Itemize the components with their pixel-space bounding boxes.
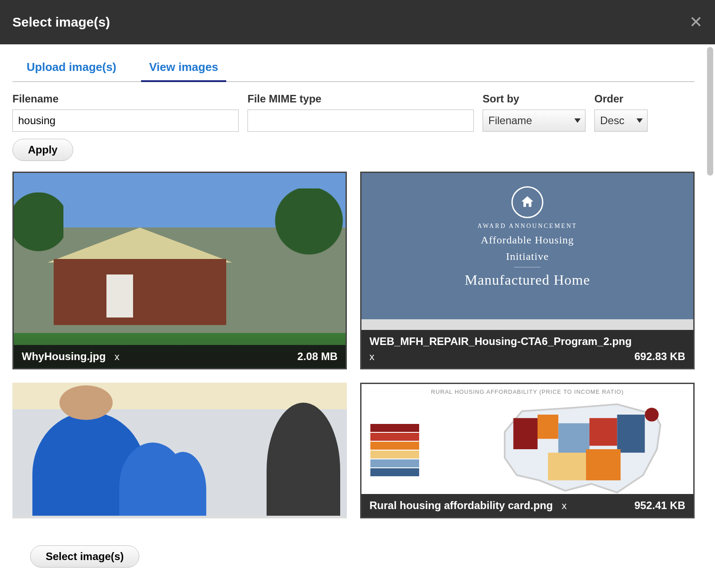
svg-rect-4: [617, 415, 645, 453]
mime-field: File MIME type: [248, 93, 474, 132]
image-tile[interactable]: WhyHousing.jpg x 2.08 MB: [12, 172, 347, 369]
preview-line: Affordable Housing: [481, 234, 574, 246]
image-tile[interactable]: RURAL HOUSING AFFORDABILITY (PRICE TO IN…: [360, 383, 695, 518]
order-select[interactable]: Desc: [594, 110, 648, 132]
modal-title: Select image(s): [12, 15, 110, 30]
image-overlay: WhyHousing.jpg x 2.08 MB: [14, 345, 346, 368]
image-filesize: 692.83 KB: [634, 350, 685, 363]
image-thumbnail: [14, 173, 346, 368]
svg-point-7: [645, 408, 659, 421]
select-images-button[interactable]: Select image(s): [30, 545, 139, 568]
scrollbar[interactable]: [707, 47, 713, 176]
svg-rect-3: [589, 418, 617, 446]
sortby-select[interactable]: Filename: [483, 110, 585, 132]
close-icon[interactable]: ✕: [689, 14, 703, 30]
modal-header: Select image(s) ✕: [0, 0, 715, 44]
preview-line: Manufactured Home: [465, 272, 590, 288]
image-overlay: WEB_MFH_REPAIR_Housing-CTA6_Program_2.pn…: [361, 330, 693, 368]
remove-image-button[interactable]: x: [114, 351, 119, 362]
image-thumbnail: AWARD ANNOUNCEMENT Affordable Housing In…: [361, 173, 693, 319]
image-thumbnail: [12, 383, 347, 516]
modal-body: Upload image(s) View images Filename Fil…: [0, 44, 715, 588]
image-filename: Rural housing affordability card.png: [369, 499, 553, 511]
select-images-modal: Select image(s) ✕ Upload image(s) View i…: [0, 0, 715, 588]
tabs: Upload image(s) View images: [12, 53, 695, 82]
mime-input[interactable]: [248, 110, 474, 132]
preview-eyebrow: AWARD ANNOUNCEMENT: [477, 223, 577, 230]
image-filesize: 2.08 MB: [297, 350, 338, 363]
filter-bar: Filename File MIME type Sort by Filename…: [12, 93, 695, 132]
svg-rect-1: [538, 415, 558, 439]
modal-footer: Select image(s): [12, 532, 695, 581]
mime-label: File MIME type: [248, 93, 474, 105]
order-value: Desc: [600, 114, 625, 127]
apply-row: Apply: [12, 139, 695, 161]
filename-label: Filename: [12, 93, 239, 105]
filename-input[interactable]: [12, 110, 239, 132]
remove-image-button[interactable]: x: [562, 500, 566, 511]
filename-field: Filename: [12, 93, 239, 132]
sortby-value: Filename: [488, 114, 532, 127]
svg-rect-6: [586, 449, 621, 480]
remove-image-button[interactable]: x: [369, 351, 628, 363]
apply-button[interactable]: Apply: [12, 139, 73, 161]
svg-rect-0: [514, 418, 538, 449]
sortby-field: Sort by Filename: [483, 93, 585, 132]
image-filename: WEB_MFH_REPAIR_Housing-CTA6_Program_2.pn…: [369, 335, 685, 348]
tab-upload-images[interactable]: Upload image(s): [21, 56, 122, 81]
house-icon: [511, 186, 543, 218]
svg-rect-2: [558, 423, 589, 458]
sortby-label: Sort by: [483, 93, 585, 105]
preview-title: RURAL HOUSING AFFORDABILITY (PRICE TO IN…: [361, 388, 693, 395]
image-tile[interactable]: [12, 383, 347, 518]
order-label: Order: [594, 93, 648, 105]
map-legend-icon: [370, 424, 419, 477]
chevron-down-icon: [574, 118, 581, 123]
image-gallery: WhyHousing.jpg x 2.08 MB AWARD ANNOUNCEM…: [12, 172, 695, 518]
svg-rect-5: [548, 453, 586, 480]
image-filename: WhyHousing.jpg: [22, 350, 106, 362]
map-icon: [476, 397, 689, 501]
image-overlay: Rural housing affordability card.png x 9…: [361, 494, 693, 517]
tab-view-images[interactable]: View images: [144, 56, 224, 81]
order-field: Order Desc: [594, 93, 648, 132]
preview-line: Initiative: [506, 251, 549, 263]
image-tile[interactable]: AWARD ANNOUNCEMENT Affordable Housing In…: [360, 172, 695, 369]
chevron-down-icon: [636, 118, 643, 123]
image-filesize: 952.41 KB: [634, 499, 685, 512]
